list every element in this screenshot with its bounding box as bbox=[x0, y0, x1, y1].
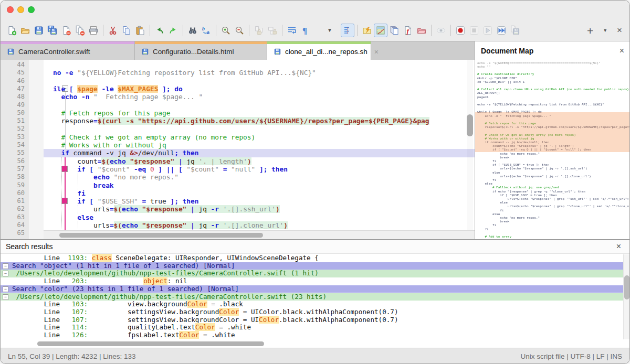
code-line-59[interactable]: break bbox=[44, 181, 475, 189]
zoom-out-button[interactable] bbox=[233, 24, 246, 37]
line-number: 61 bbox=[17, 197, 25, 205]
search-hit-row[interactable]: Line 203: object: nil bbox=[1, 277, 623, 285]
close-file-button[interactable] bbox=[59, 24, 73, 37]
search-query-header[interactable]: Search "object" (1 hit in 1 file of 1 se… bbox=[1, 262, 623, 270]
code-line-62[interactable]: urls=$(echo "$response" | jq -r '.[].ssh… bbox=[44, 205, 475, 213]
search-hit-row[interactable]: Line 107: settingsView.backgroundColor =… bbox=[1, 316, 623, 324]
code-line-56[interactable]: count=$(echo "$response" | jq '. | lengt… bbox=[44, 157, 475, 165]
code-line-54[interactable]: # Works with or without jq bbox=[44, 141, 475, 149]
editor-horizontal-scrollbar[interactable] bbox=[44, 230, 475, 239]
document-switcher-button[interactable] bbox=[387, 24, 401, 37]
docmap-line: # Add to array bbox=[477, 234, 630, 238]
editor-docmap-splitter[interactable] bbox=[475, 41, 475, 239]
code-line-51[interactable]: response=$(curl -s "https://api.github.c… bbox=[44, 117, 475, 125]
close-all-button[interactable] bbox=[73, 24, 87, 37]
tab-configuratio-details-html[interactable]: Configuratio...Details.html bbox=[135, 41, 267, 60]
code-line-48[interactable]: echo -n " Fetching page $page... " bbox=[44, 93, 475, 101]
search-query-header[interactable]: Search "color" (23 hits in 1 file of 1 s… bbox=[1, 285, 623, 293]
tab-clone-all-di-ne-repos-sh[interactable]: clone_all_di...ne_repos.sh× bbox=[267, 41, 371, 60]
code-line-57[interactable]: if [ "$count" -eq 0 ] || [ "$count" = "n… bbox=[44, 165, 475, 173]
document-map-viewport[interactable] bbox=[475, 112, 630, 152]
saved-file-icon bbox=[7, 48, 15, 56]
document-list-button[interactable] bbox=[360, 24, 374, 37]
redo-button[interactable] bbox=[166, 24, 180, 37]
tab-cameracontroller-swift[interactable]: CameraController.swift bbox=[1, 41, 135, 60]
search-collapse-box[interactable]: − bbox=[3, 294, 8, 300]
editor-vertical-scrollbar[interactable] bbox=[467, 60, 473, 230]
folder-as-workspace-button[interactable] bbox=[415, 24, 428, 37]
undo-button[interactable] bbox=[153, 24, 166, 37]
code-line-50[interactable]: # Fetch repos for this page bbox=[44, 109, 475, 117]
search-hit-row[interactable]: Line 1193: class SceneDelegate: UIRespon… bbox=[1, 254, 623, 262]
editor-hscroll-thumb[interactable] bbox=[59, 233, 263, 238]
editor-vscroll-thumb[interactable] bbox=[467, 114, 473, 136]
search-hit-row[interactable]: Line 114: qualityLabel.textColor = .whit… bbox=[1, 324, 623, 331]
find-button[interactable] bbox=[186, 24, 200, 37]
close-tab-button[interactable]: × bbox=[617, 25, 622, 36]
search-vscroll-thumb[interactable] bbox=[624, 275, 629, 299]
document-map-button[interactable] bbox=[374, 24, 387, 37]
code-line-55[interactable]: if command -v jq &>/dev/null; then bbox=[44, 149, 475, 157]
tabbar-controls: + ▼ × bbox=[587, 19, 622, 41]
search-hit-row[interactable]: Line 126: fpsLabel.textColor = .white bbox=[1, 331, 623, 339]
code-line-47[interactable]: ile [ $page -le $MAX_PAGES ]; do bbox=[44, 85, 475, 93]
code-line-53[interactable]: # Check if we got an empty array (no mor… bbox=[44, 133, 475, 141]
word-wrap-button[interactable] bbox=[285, 24, 299, 37]
docmap-line: # Create destination directory bbox=[477, 72, 630, 76]
search-file-header[interactable]: /Users/leto/development/github/npp-test-… bbox=[1, 270, 623, 277]
code-line-49[interactable] bbox=[44, 101, 475, 109]
docmap-line: break bbox=[477, 155, 630, 159]
search-hit-row[interactable]: Line 103: view.backgroundColor = .black bbox=[1, 301, 623, 308]
code-line-44[interactable] bbox=[44, 61, 475, 69]
code-line-61[interactable]: if [ "$USE_SSH" = true ]; then bbox=[44, 197, 475, 205]
document-map-title: Document Map bbox=[481, 47, 533, 55]
save-file-button[interactable] bbox=[32, 24, 46, 37]
print-button[interactable] bbox=[87, 24, 100, 37]
macro-play-button bbox=[481, 24, 495, 37]
tab-list-dropdown[interactable]: ▼ bbox=[603, 28, 607, 33]
new-file-button[interactable] bbox=[5, 24, 18, 37]
code-line-60[interactable]: fi bbox=[44, 189, 475, 197]
code-line-46[interactable] bbox=[44, 77, 475, 85]
search-collapse-box[interactable]: − bbox=[3, 286, 8, 292]
tab-color-stripe bbox=[135, 41, 267, 44]
minimize-traffic-light[interactable] bbox=[17, 6, 24, 13]
function-list-button[interactable]: f bbox=[401, 24, 415, 37]
search-hscroll-thumb[interactable] bbox=[37, 341, 264, 346]
zoom-in-button[interactable] bbox=[219, 24, 233, 37]
tab-close-icon[interactable]: × bbox=[371, 48, 379, 56]
tab-color-stripe bbox=[1, 41, 134, 44]
code-line-58[interactable]: echo "no more repos." bbox=[44, 173, 475, 181]
save-all-button[interactable] bbox=[46, 24, 59, 37]
paste-button[interactable] bbox=[133, 24, 147, 37]
cut-button[interactable] bbox=[106, 24, 120, 37]
docmap-line bbox=[477, 106, 630, 110]
saved-file-icon bbox=[274, 48, 281, 56]
show-all-characters-button[interactable]: ¶ bbox=[299, 24, 312, 37]
close-traffic-light[interactable] bbox=[7, 6, 14, 13]
zoom-traffic-light[interactable] bbox=[28, 6, 35, 13]
open-file-button[interactable] bbox=[18, 24, 32, 37]
docmap-line: # Fallback without jq: use grep/sed bbox=[477, 186, 630, 189]
code-line-64[interactable]: urls=$(echo "$response" | jq -r '.[].clo… bbox=[44, 221, 475, 229]
document-map-close-icon[interactable]: × bbox=[620, 46, 624, 56]
search-file-header[interactable]: /Users/leto/development/github/npp-test-… bbox=[1, 293, 623, 301]
document-map-panel[interactable]: echo -e "${GREEN}=======================… bbox=[475, 60, 630, 239]
search-hit-row[interactable]: Line 107: settingsView.backgroundColor =… bbox=[1, 308, 623, 316]
code-line-52[interactable] bbox=[44, 125, 475, 133]
toolbar-overflow-button[interactable]: ▼ bbox=[325, 27, 334, 33]
copy-button[interactable] bbox=[120, 24, 133, 37]
code-text-area[interactable]: no -e "${YELLOW}Fetching repository list… bbox=[44, 61, 475, 239]
code-line-63[interactable]: else bbox=[44, 213, 475, 221]
macro-run-multiple-button[interactable] bbox=[495, 24, 508, 37]
search-collapse-box[interactable]: − bbox=[3, 263, 8, 269]
show-indent-guide-button[interactable] bbox=[341, 24, 354, 37]
search-collapse-box[interactable]: − bbox=[3, 271, 8, 276]
macro-record-button[interactable] bbox=[454, 24, 467, 37]
code-editor[interactable]: 4445464748495051525354555657585960616263… bbox=[1, 60, 475, 239]
code-line-45[interactable]: no -e "${YELLOW}Fetching repository list… bbox=[44, 69, 475, 77]
search-results-close-icon[interactable]: × bbox=[616, 242, 625, 251]
docmap-line: mkdir -p "$CLONE_DIR" bbox=[477, 76, 630, 80]
replace-button[interactable]: ba bbox=[200, 24, 213, 37]
new-tab-button[interactable]: + bbox=[587, 25, 593, 36]
